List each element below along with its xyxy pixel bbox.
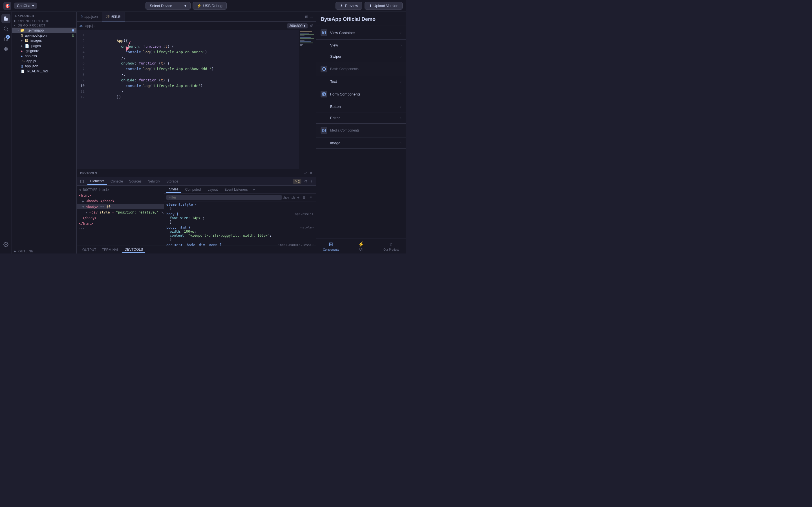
component-section-media[interactable]: Media Components [316,124,406,137]
file-name-readme: README.md [27,69,48,73]
activity-settings-icon[interactable] [1,240,10,249]
chevron-down-icon: ▾ [185,4,186,8]
right-bottom-tabs: ⊞ Components ⚡ API ☆ Our Product [316,238,406,253]
sidebar-item-app-js[interactable]: JS app.js [12,59,77,64]
split-editor-icon[interactable]: ⊞ [305,15,308,19]
line-num-7: 7 [77,66,85,72]
devtools-more-icon[interactable]: ⋮ [310,179,313,183]
devtools-settings-icon[interactable]: ⚙ [304,179,308,183]
tab-app-json[interactable]: {} app.json [77,12,102,21]
style-body-html-close: } [166,237,313,241]
dom-body[interactable]: ▼ <body> == $0 [77,204,164,209]
file-name-app-css: app.css [25,54,37,58]
dom-doctype[interactable]: <!DOCTYPE html> [77,187,164,192]
component-section-image[interactable]: Image › [316,137,406,149]
styles-tab-layout[interactable]: Layout [205,187,220,192]
usb-icon: ⚡ [197,4,201,8]
cls-pseudo-btn[interactable]: .cls [291,196,296,199]
dom-close-body[interactable]: </body> [77,215,164,221]
close-devtools-icon[interactable]: ✕ [309,171,312,175]
expand-devtools-icon[interactable]: ⤢ [304,171,307,175]
selector-element-style: element.style { [166,203,313,207]
editor-filename: app.js [86,24,94,28]
sidebar-item-pages[interactable]: ▶ 📄 pages [12,43,77,48]
rbt-api[interactable]: ⚡ API [346,239,376,253]
devtools-content: <!DOCTYPE html> <html> ▶ <head>…</head> … [77,186,316,245]
file-name: api-mock.json [25,34,47,38]
inspector-icon[interactable] [79,178,85,184]
dom-head[interactable]: ▶ <head>…</head> [77,198,164,204]
refresh-icon[interactable]: ↺ [310,24,313,28]
svg-rect-19 [322,93,326,96]
usb-debug-button[interactable]: ⚡ USB Debug [193,2,227,10]
sidebar-outline[interactable]: ▶ OUTLINE [12,249,77,253]
select-device-dropdown[interactable]: Select Device ▾ [146,2,191,10]
sidebar-item-images[interactable]: ▶ 🖼 images [12,38,77,43]
dom-tree: <!DOCTYPE html> <html> ▶ <head>…</head> … [77,186,164,245]
bottom-tab-devtools[interactable]: DEVTOOLS [122,247,145,253]
preview-button[interactable]: 👁 Preview [336,2,362,10]
style-font-size: font-size: 14px ; [166,216,313,220]
sidebar-item-readme[interactable]: 📄 README.md [12,69,77,74]
devtools-tab-network[interactable]: Network [145,178,163,184]
styles-filter-input[interactable] [166,195,282,200]
styles-tab-styles[interactable]: Styles [166,186,181,193]
resolution-selector[interactable]: 360×800 ▾ [287,23,308,29]
rbt-components[interactable]: ⊞ Components [316,239,346,253]
tab-app-js[interactable]: JS app.js [102,12,125,21]
upload-button[interactable]: ⬆ Upload Version [364,2,403,10]
code-lines[interactable]: App({ onLaunch: function (t) { console.l… [88,30,299,169]
sidebar-item-ts-miniapp[interactable]: ▾ 📁 .ts-miniapp [12,27,77,33]
file-name-app-json: app.json [25,64,38,68]
api-tab-label: API [359,248,363,251]
sidebar-item-app-css[interactable]: ● app.css [12,54,77,59]
activity-search-icon[interactable] [1,24,10,33]
rbt-our-product[interactable]: ☆ Our Product [376,239,406,253]
component-section-basic[interactable]: Basic Components [316,62,406,76]
devtools-title: DEVTOOLS [80,172,97,175]
hover-pseudo-btn[interactable]: :hov [283,196,289,199]
component-section-swiper[interactable]: Swiper › [316,51,406,62]
activity-extensions-icon[interactable] [1,45,10,54]
sidebar-item-gitignore[interactable]: ● .gitignore [12,48,77,54]
sidebar-opened-editors[interactable]: ▶ OPENED EDITORS [12,18,77,23]
tab-bar: {} app.json JS app.js ⊞ ··· [77,12,316,22]
activity-git-icon[interactable]: 3 [1,34,10,43]
pages-folder-icon: 📄 [25,44,29,48]
devtools-tab-sources[interactable]: Sources [126,178,144,184]
activity-files-icon[interactable] [1,14,10,23]
api-tab-icon: ⚡ [358,241,364,247]
text-arrow-icon: › [400,80,402,83]
form-components-icon [320,91,327,98]
source-index-module[interactable]: index.module.less:9 [278,243,313,245]
component-section-view-container[interactable]: View Container › [316,26,406,40]
component-section-text[interactable]: Text › [316,76,406,87]
component-section-editor[interactable]: Editor › [316,112,406,124]
styles-tabs-more[interactable]: » [253,187,255,191]
add-style-btn[interactable]: + [297,195,299,200]
sidebar-item-app-json[interactable]: {} app.json [12,64,77,69]
styles-tab-events[interactable]: Event Listeners [221,187,251,192]
component-section-button[interactable]: Button › [316,101,406,112]
component-section-form[interactable]: Form Components › [316,87,406,101]
source-style[interactable]: <style> [301,226,313,229]
dom-html[interactable]: <html> [77,192,164,198]
component-section-view[interactable]: View › [316,40,406,51]
sidebar-demo-project[interactable]: ▾ DEMO-PROJECT [12,23,77,27]
project-selector[interactable]: ChaCha ▾ [14,3,37,9]
dom-div[interactable]: ▶ <div style = "position: relative;" >… … [77,209,164,215]
sidebar-item-api-mock[interactable]: {} api-mock.json U [12,33,77,38]
bottom-tab-terminal[interactable]: TERMINAL [100,247,121,252]
dom-close-html[interactable]: </html> [77,221,164,226]
devtools-tab-storage[interactable]: Storage [163,178,181,184]
more-options-icon[interactable]: ··· [310,15,313,19]
computed-view-btn[interactable]: ⊞ [301,195,307,200]
devtools-tab-elements[interactable]: Elements [87,178,107,185]
bottom-tab-output[interactable]: OUTPUT [80,247,98,252]
source-app-css[interactable]: app.css:41 [295,212,313,216]
devtools-tab-console[interactable]: Console [108,178,126,184]
modified-indicator [72,29,74,32]
styles-tab-computed[interactable]: Computed [183,187,204,192]
our-product-tab-label: Our Product [384,248,399,251]
toggle-view-btn[interactable]: ≡ [308,195,313,200]
